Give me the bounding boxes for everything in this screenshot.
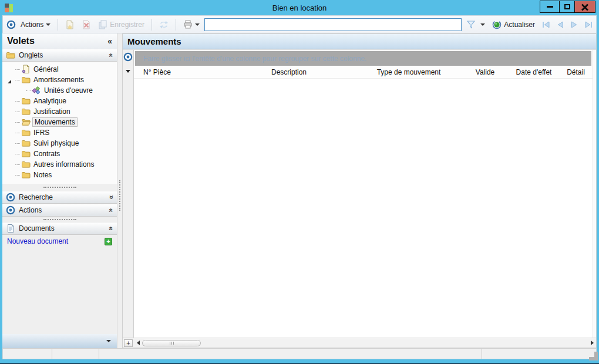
next-icon[interactable] — [570, 21, 578, 29]
minimize-button[interactable] — [540, 1, 560, 13]
group-header-actions[interactable]: Actions « — [2, 204, 117, 217]
vertical-splitter[interactable] — [117, 33, 122, 348]
collapse-sidebar-icon[interactable]: « — [107, 36, 112, 46]
chevron-down-icon — [106, 340, 111, 342]
save-button[interactable]: Enregistrer — [96, 19, 147, 31]
main-title-bar: Mouvements — [123, 34, 596, 49]
vertical-scrollbar-track[interactable] — [593, 50, 596, 338]
content-area: Volets « Onglets « Général — [2, 33, 597, 348]
previous-icon[interactable] — [556, 21, 564, 29]
chevron-down-icon[interactable]: « — [107, 196, 116, 200]
folder-icon — [21, 160, 31, 169]
page-title: Mouvements — [127, 36, 181, 46]
tree-label: Contrats — [33, 150, 60, 158]
tree-item-unites-oeuvre[interactable]: Unités d'oeuvre — [2, 85, 117, 96]
tree-item-autres-informations[interactable]: Autres informations — [2, 159, 117, 170]
refresh-button[interactable]: Actualiser — [490, 19, 537, 31]
search-input[interactable] — [204, 18, 462, 31]
toolbar: Actions Enregistrer — [2, 15, 597, 33]
tree-connector — [15, 175, 20, 176]
tree-connector — [15, 80, 20, 80]
column-header-piece[interactable]: N° Pièce — [134, 68, 222, 76]
filter-icon[interactable] — [466, 20, 476, 29]
scrollbar-thumb[interactable] — [142, 340, 201, 346]
first-icon[interactable] — [542, 21, 550, 29]
bullseye-icon — [6, 20, 16, 29]
new-document-link[interactable]: Nouveau document — [7, 237, 68, 245]
close-button[interactable] — [574, 1, 595, 13]
print-button[interactable] — [181, 19, 202, 31]
tree-item-justification[interactable]: Justification — [2, 106, 117, 117]
maximize-button[interactable] — [559, 1, 575, 13]
tree-connector — [15, 69, 20, 70]
green-plus-icon[interactable]: + — [105, 238, 112, 245]
new-item-button[interactable] — [63, 19, 77, 31]
refresh-icon — [492, 20, 502, 29]
folder-icon — [21, 96, 31, 106]
horizontal-splitter[interactable] — [2, 184, 117, 191]
scroll-left-icon[interactable] — [135, 339, 141, 347]
column-header-detail[interactable]: Détail — [559, 68, 593, 76]
status-bar — [2, 348, 597, 359]
tree-label: Général — [33, 65, 59, 73]
tree-connector — [15, 112, 20, 112]
tree-item-suivi-physique[interactable]: Suivi physique — [2, 138, 117, 149]
last-icon[interactable] — [584, 21, 593, 29]
filter-dropdown-icon[interactable] — [480, 23, 485, 26]
group-label-documents: Documents — [19, 224, 106, 232]
expanded-triangle-icon[interactable] — [7, 77, 12, 82]
actions-menu-button[interactable]: Actions — [18, 19, 53, 30]
record-navigation — [542, 21, 593, 29]
status-cell — [482, 349, 596, 359]
tree-item-analytique[interactable]: Analytique — [2, 96, 117, 106]
close-icon — [581, 4, 588, 11]
tree-item-ifrs[interactable]: IFRS — [2, 127, 117, 138]
new-document-row: Nouveau document + — [2, 235, 117, 248]
new-item-icon — [65, 20, 75, 29]
tree-label: Justification — [33, 107, 70, 116]
refresh-label: Actualiser — [504, 21, 535, 29]
chevron-up-icon[interactable]: « — [107, 53, 116, 58]
page-gear-icon — [21, 65, 31, 74]
group-by-hint: Faire glisser ici l'entête d'une colonne… — [143, 55, 366, 63]
document-icon — [6, 224, 15, 233]
add-row-button[interactable]: + — [124, 339, 133, 347]
sync-icon — [159, 20, 169, 29]
chevron-up-icon[interactable]: « — [107, 227, 116, 231]
sidebar-empty-space — [2, 248, 117, 334]
tree-item-contrats[interactable]: Contrats — [2, 149, 117, 159]
tree-label: Notes — [33, 171, 52, 179]
save-icon — [98, 20, 107, 29]
group-by-panel[interactable]: Faire glisser ici l'entête d'une colonne… — [135, 51, 591, 66]
folder-icon — [21, 149, 31, 159]
group-header-documents[interactable]: Documents « — [2, 222, 117, 235]
sidebar-header: Volets « — [2, 33, 117, 49]
delete-button[interactable] — [79, 19, 93, 31]
scroll-right-icon[interactable] — [589, 339, 595, 347]
group-header-onglets[interactable]: Onglets « — [2, 49, 117, 62]
column-header-date-effet[interactable]: Date d'effet — [509, 68, 559, 76]
toolbar-separator — [176, 19, 176, 31]
horizontal-splitter[interactable] — [2, 217, 117, 222]
tree-item-general[interactable]: Général — [2, 64, 117, 75]
minimize-icon — [547, 6, 553, 8]
grid-body-empty[interactable] — [134, 79, 593, 338]
group-label-recherche: Recherche — [19, 193, 106, 201]
column-header-valide[interactable]: Valide — [462, 68, 509, 76]
chevron-up-icon[interactable]: « — [107, 208, 116, 213]
grid-header-row: N° Pièce Description Type de mouvement V… — [134, 66, 593, 79]
sync-button[interactable] — [157, 19, 171, 31]
resize-grip-icon[interactable] — [589, 352, 594, 357]
tree-label: Autres informations — [33, 160, 94, 168]
toolbar-separator — [58, 19, 58, 31]
column-header-type-mouvement[interactable]: Type de mouvement — [356, 68, 462, 76]
grid-main: Faire glisser ici l'entête d'une colonne… — [134, 50, 593, 338]
tree-item-notes[interactable]: Notes — [2, 170, 117, 180]
sidebar-bottom-bar[interactable] — [2, 334, 117, 348]
group-header-recherche[interactable]: Recherche « — [2, 191, 117, 204]
tree-item-mouvements[interactable]: Mouvements — [2, 117, 117, 127]
folder-icon — [21, 75, 31, 85]
tree-item-amortissements[interactable]: Amortissements — [2, 75, 117, 85]
column-header-description[interactable]: Description — [222, 68, 356, 76]
bullseye-icon — [6, 205, 15, 215]
